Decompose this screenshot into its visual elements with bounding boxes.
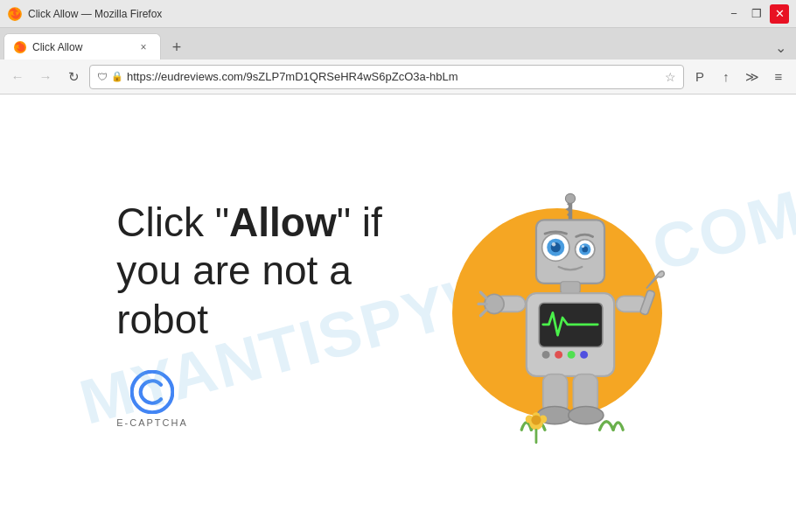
main-layout: Click "Allow" if you are not a robot E-C… (0, 94, 796, 532)
svg-point-9 (552, 242, 555, 246)
bookmark-star-icon[interactable]: ☆ (665, 70, 676, 84)
new-tab-button[interactable]: + (164, 35, 189, 60)
allow-bold: Allow (229, 200, 337, 245)
navbar-actions: P ↑ ≫ ≡ (688, 65, 791, 89)
page-content: MYANTISPYWARE.COM Click "Allow" if you a… (0, 94, 796, 532)
svg-point-20 (580, 351, 588, 359)
svg-point-4 (565, 193, 575, 203)
tab-title: Click Allow (32, 41, 130, 53)
restore-button[interactable]: ❐ (747, 4, 766, 24)
titlebar-controls: − ❐ ✕ (724, 4, 789, 24)
lock-icon: 🔒 (111, 71, 123, 82)
svg-point-13 (582, 245, 584, 248)
active-tab[interactable]: Click Allow × (3, 33, 161, 60)
tab-overflow-button[interactable]: ⌄ (768, 35, 793, 60)
titlebar-left: Click Allow — Mozilla Firefox (7, 6, 162, 22)
text-side: Click "Allow" if you are not a robot E-C… (116, 199, 382, 428)
minimize-button[interactable]: − (724, 4, 744, 24)
menu-button[interactable]: ≡ (766, 65, 791, 89)
svg-point-2 (132, 371, 173, 412)
svg-point-19 (567, 351, 575, 359)
ecaptcha-badge: E-CAPTCHA (116, 370, 188, 428)
security-shield-icon: 🛡 (97, 71, 108, 83)
firefox-logo-icon (7, 6, 23, 22)
share-button[interactable]: ↑ (714, 65, 738, 89)
svg-line-23 (480, 292, 486, 298)
robot-illustration (435, 182, 680, 444)
ecaptcha-label: E-CAPTCHA (116, 417, 188, 428)
heading-line2: you are not a (116, 247, 382, 295)
heading-line3: robot (116, 296, 382, 344)
close-button[interactable]: ✕ (770, 4, 789, 24)
refresh-button[interactable]: ↻ (61, 65, 86, 89)
svg-rect-14 (561, 282, 580, 293)
svg-line-25 (480, 310, 486, 316)
captcha-heading: Click "Allow" if you are not a robot (116, 199, 382, 344)
ecaptcha-logo-icon (130, 370, 174, 414)
svg-point-36 (531, 416, 541, 425)
extensions-button[interactable]: ≫ (740, 65, 765, 89)
url-bar[interactable]: 🛡 🔒 https://eudreviews.com/9sZLP7mD1QRSe… (89, 65, 684, 89)
navbar: ← → ↻ 🛡 🔒 https://eudreviews.com/9sZLP7m… (0, 60, 796, 94)
svg-point-17 (541, 351, 549, 359)
heading-line1: Click "Allow" if (116, 199, 382, 247)
pocket-button[interactable]: P (688, 65, 712, 89)
svg-point-18 (555, 351, 562, 359)
back-button[interactable]: ← (5, 65, 30, 89)
forward-button[interactable]: → (33, 65, 58, 89)
tab-close-button[interactable]: × (136, 39, 151, 55)
tab-favicon-icon (13, 40, 27, 54)
tabbar: Click Allow × + ⌄ (0, 28, 796, 60)
titlebar-title: Click Allow — Mozilla Firefox (28, 8, 162, 20)
robot-svg (461, 191, 680, 444)
svg-point-31 (569, 407, 604, 424)
titlebar: Click Allow — Mozilla Firefox − ❐ ✕ (0, 0, 796, 28)
url-text: https://eudreviews.com/9sZLP7mD1QRSeHR4w… (127, 70, 661, 83)
